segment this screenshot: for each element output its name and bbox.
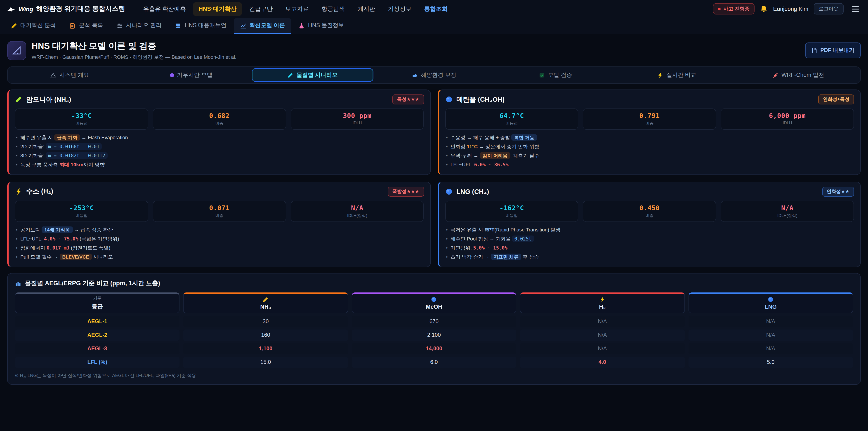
range-value: 5.0% ~ 15.0% [473,245,507,250]
nav-item-reports[interactable]: 보고자료 [280,2,314,16]
stat-idlh: 300 ppm IDLH [290,109,424,130]
document-icon [811,48,817,53]
table-title: 물질별 AEGL/ERPG 기준 비교 (ppm, 1시간 노출) [15,279,853,287]
logout-button[interactable]: 로그아웃 [814,3,844,14]
user-name: Eunjeong Kim [773,6,808,12]
subtab-hns-response-manual[interactable]: HNS 대응매뉴얼 [169,18,233,34]
substance-card-hydrogen: 수소 (H₂) 폭발성★★★ -253°C 비등점 0.071 비중 N/A I… [7,182,431,267]
nav-item-integrated-search[interactable]: 통합조회 [418,2,453,16]
card-title: LNG (CH₄) [456,188,489,195]
card-title: 수소 (H₂) [26,187,53,196]
line-chart-icon [240,22,246,29]
sliders-icon [117,22,123,29]
pencil-icon [263,296,269,302]
tab-wrf-chem-advancement[interactable]: WRF-Chem 발전 [738,68,859,82]
pdf-export-button[interactable]: PDF 내보내기 [805,42,861,58]
nav-item-board[interactable]: 게시판 [352,2,381,16]
subtab-scenario-management[interactable]: 시나리오 관리 [110,18,168,34]
substance-card-ammonia: 암모니아 (NH₃) 독성★★★ -33°C 비등점 0.682 비중 300 … [7,90,431,175]
formula-code: 0.025t [512,235,534,242]
subtab-atmospheric-analysis[interactable]: 대기확산 분석 [4,18,62,34]
stats-row: -253°C 비등점 0.071 비중 N/A IDLH(질식) [15,201,424,222]
table-header-lng: LNG [688,292,853,313]
card-bullet: Puff 모델 필수 → BLEVE/VCE 시나리오 [15,252,424,261]
set-square-icon [7,41,26,60]
tab-system-overview[interactable]: 시스템 개요 [9,68,130,82]
lightning-icon [15,188,22,195]
nav-item-hns-atmospheric[interactable]: HNS·대기확산 [193,2,242,16]
nav-item-aerial-search[interactable]: 항공탐색 [316,2,350,16]
substance-card-lng: LNG (CH₄) 인화성★★ -162°C 비등점 0.450 비중 N/A … [437,182,861,267]
range-value: 4.0% ~ 75.0% [44,236,79,241]
highlight-text: 11°C [467,144,477,149]
stat-specific-gravity: 0.682 비중 [153,109,286,130]
card-header: 메탄올 (CH₃OH) 인화성+독성 [445,94,854,104]
card-header: 수소 (H₂) 폭발성★★★ [15,187,424,196]
app-logo[interactable]: Wing 해양환경 위기대응 통합시스템 [6,4,125,13]
top-navbar: Wing 해양환경 위기대응 통합시스템 유출유 확산예측 HNS·대기확산 긴… [0,0,868,18]
card-bullets: 해수면 유출 시 급속 기화 → Flash Evaporation 2D 기화… [15,133,424,170]
stat-boiling-point: -33°C 비등점 [15,109,148,130]
tab-marine-environment-correction[interactable]: 해양환경 보정 [373,68,495,82]
stat-idlh: 6,000 ppm IDLH [721,109,854,130]
table-header-meoh: MeOH [352,292,517,313]
subtab-analysis-list[interactable]: 분석 목록 [63,18,110,34]
stat-idlh: N/A IDLH(질식) [721,201,854,222]
pencil-icon [11,22,17,29]
hazard-badge: 폭발성★★★ [388,187,424,196]
card-title: 메탄올 (CH₃OH) [456,95,504,104]
card-bullet: 독성 구름 풍하측 최대 10km까지 영향 [15,160,424,170]
card-bullet: 해수면 Pool 형성 → 기화율 0.025t [445,235,854,243]
lightning-icon [599,296,605,302]
highlight-chip: 급속 기화 [54,134,80,141]
tab-gaussian-model[interactable]: 가우시안 모델 [130,68,252,82]
card-bullet: 점화에너지 0.017 mJ (정전기로도 폭발) [15,243,424,252]
card-bullet: 인화점 11°C → 상온에서 증기 인화 위험 [445,143,854,151]
subtab-hns-substance-info[interactable]: HNS 물질정보 [292,18,350,34]
highlight-chip: 14배 가벼움 [41,226,72,233]
stat-idlh: N/A IDLH(질식) [290,201,424,222]
hamburger-icon[interactable] [849,3,862,14]
nav-item-oil-spill-forecast[interactable]: 유출유 확산예측 [138,2,191,16]
table-row-aegl2: AEGL-2 160 2,100 N/A N/A [15,329,853,341]
wing-logo-icon [6,6,16,11]
card-bullet: 초기 냉각 증기 → 지표면 체류 후 상승 [445,252,854,261]
card-bullets: 공기보다 14배 가벼움 → 급속 상승 확산 LFL~UFL: 4.0% ~ … [15,225,424,262]
card-bullet: 극저온 유출 시 RPT(Rapid Phase Transition) 발생 [445,225,854,235]
table-header-h2: H₂ [520,292,685,313]
card-header: LNG (CH₄) 인화성★★ [445,187,854,196]
table-header-nh3: NH₃ [183,292,348,313]
tab-model-validation[interactable]: 모델 검증 [495,68,616,82]
app-root: Wing 해양환경 위기대응 통합시스템 유출유 확산예측 HNS·대기확산 긴… [0,0,868,431]
hazard-badge: 독성★★★ [393,94,424,104]
pencil-icon [287,72,293,78]
nav-item-weather[interactable]: 기상정보 [382,2,417,16]
bar-chart-icon [15,280,21,286]
page-header: HNS 대기확산 모델 이론 및 검증 WRF-Chem · Gaussian … [0,34,868,65]
check-square-icon [539,72,545,78]
bell-icon[interactable] [760,5,768,13]
tab-substance-scenarios[interactable]: 물질별 시나리오 [252,68,373,82]
highlight-text: RPT [485,227,494,232]
card-title: 암모니아 (NH₃) [26,95,71,104]
sphere-icon [445,96,452,103]
sphere-icon [431,296,437,302]
logo-mark: Wing [19,5,33,12]
card-bullet: 수용성 → 해수 용해 + 증발 복합 거동 [445,133,854,143]
hazard-badge: 인화성+독성 [818,94,854,104]
highlight-chip: 지표면 체류 [491,253,521,260]
aegl-comparison-section: 물질별 AEGL/ERPG 기준 비교 (ppm, 1시간 노출) 기준 등급 … [7,273,861,384]
sphere-icon [445,188,452,195]
purple-dot-icon [170,73,174,77]
card-bullet: 공기보다 14배 가벼움 → 급속 상승 확산 [15,225,424,235]
card-bullet: 해수면 유출 시 급속 기화 → Flash Evaporation [15,133,424,143]
rocket-icon [772,72,778,78]
formula-code: m = 0.0168t - 0.01 [46,143,102,150]
nav-item-emergency-rescue[interactable]: 긴급구난 [244,2,278,16]
subtab-diffusion-model-theory[interactable]: 확산모델 이론 [234,18,291,34]
card-bullet: 가연범위: 5.0% ~ 15.0% [445,243,854,252]
table-footnote: ※ H₂, LNG는 독성이 아닌 질식/인화성 위험으로 AEGL 대신 LF… [15,372,853,378]
hazard-badge: 인화성★★ [822,187,854,196]
tab-realtime-comparison[interactable]: 실시간 비교 [616,68,738,82]
stat-specific-gravity: 0.450 비중 [583,201,716,222]
